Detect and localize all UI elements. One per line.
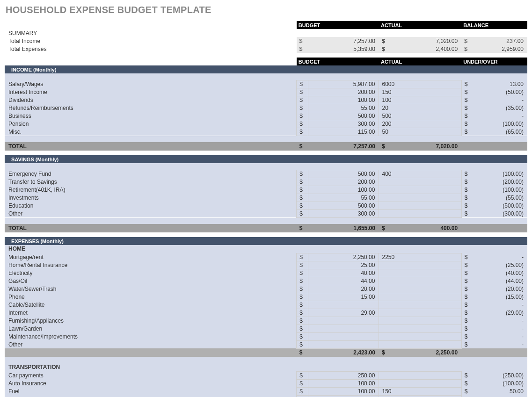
underover-value: (100.00)	[473, 120, 527, 128]
budget-value[interactable]: 55.00	[308, 104, 379, 112]
budget-value[interactable]: 5,987.00	[308, 80, 379, 88]
section-total: TOTAL$1,655.00$400.00	[5, 224, 527, 232]
summary-row-label: Total Income	[7, 37, 297, 45]
budget-value[interactable]	[308, 395, 379, 397]
row-label: Refunds/Reimbursements	[7, 104, 297, 112]
budget-value[interactable]	[308, 301, 379, 309]
total-label: TOTAL	[7, 142, 297, 151]
currency-symbol: $	[297, 395, 308, 397]
actual-value[interactable]	[379, 371, 461, 379]
table-row: Electricity$40.00$(40.00)	[5, 269, 527, 277]
actual-value[interactable]	[379, 340, 461, 348]
budget-value[interactable]: 2,250.00	[308, 253, 379, 261]
budget-value[interactable]: 500.00	[308, 112, 379, 120]
summary-actual-value: 2,400.00	[390, 45, 461, 53]
actual-value[interactable]	[379, 178, 461, 186]
currency-symbol: $	[297, 371, 308, 379]
currency-symbol: $	[461, 45, 473, 53]
currency-symbol: $	[297, 170, 308, 178]
currency-symbol: $	[379, 37, 390, 45]
table-row: Education$500.00$(500.00)	[5, 202, 527, 209]
actual-value[interactable]: 50	[379, 128, 461, 136]
currency-symbol: $	[297, 142, 308, 151]
table-row: Cable/Satellite$$-	[5, 301, 527, 309]
budget-value[interactable]	[308, 332, 379, 340]
actual-value[interactable]	[379, 285, 461, 293]
actual-value[interactable]: 2250	[379, 253, 461, 261]
total-budget: 7,257.00	[308, 142, 379, 151]
budget-value[interactable]: 15.00	[308, 293, 379, 301]
budget-value[interactable]: 500.00	[308, 170, 379, 178]
actual-value[interactable]	[379, 186, 461, 194]
currency-symbol: $	[461, 128, 473, 136]
summary-header-actual: ACTUAL	[379, 21, 461, 29]
actual-value[interactable]: 6000	[379, 80, 461, 88]
row-label: Interest Income	[7, 88, 297, 96]
actual-value[interactable]: 20	[379, 104, 461, 112]
total-budget: 1,655.00	[308, 224, 379, 232]
actual-value[interactable]	[379, 317, 461, 325]
summary-budget-value: 7,257.00	[308, 37, 379, 45]
budget-value[interactable]: 29.00	[308, 309, 379, 317]
budget-value[interactable]: 300.00	[308, 120, 379, 128]
budget-value[interactable]: 25.00	[308, 261, 379, 269]
currency-symbol: $	[461, 340, 473, 348]
currency-symbol: $	[297, 37, 308, 45]
currency-symbol: $	[297, 317, 308, 325]
row-label: Investments	[7, 194, 297, 202]
budget-value[interactable]: 250.00	[308, 371, 379, 379]
underover-value: (55.00)	[473, 194, 527, 202]
underover-value: (25.00)	[473, 261, 527, 269]
actual-value[interactable]	[379, 301, 461, 309]
budget-value[interactable]: 100.00	[308, 96, 379, 104]
row-label: Misc.	[7, 128, 297, 136]
budget-value[interactable]	[308, 325, 379, 332]
budget-value[interactable]: 44.00	[308, 277, 379, 285]
actual-value[interactable]	[379, 379, 461, 387]
actual-value[interactable]: 150	[379, 387, 461, 395]
currency-symbol: $	[461, 309, 473, 317]
actual-value[interactable]: 200	[379, 120, 461, 128]
actual-value[interactable]	[379, 277, 461, 285]
budget-value[interactable]: 100.00	[308, 379, 379, 387]
actual-value[interactable]	[379, 209, 461, 217]
actual-value[interactable]	[379, 332, 461, 340]
actual-value[interactable]	[379, 261, 461, 269]
budget-value[interactable]: 200.00	[308, 88, 379, 96]
budget-value[interactable]	[308, 317, 379, 325]
currency-symbol: $	[379, 45, 390, 53]
currency-symbol: $	[461, 194, 473, 202]
table-row: Lawn/Garden$$-	[5, 325, 527, 332]
budget-value[interactable]: 40.00	[308, 269, 379, 277]
budget-value[interactable]: 200.00	[308, 178, 379, 186]
summary-balance-value: 2,959.00	[473, 45, 527, 53]
budget-value[interactable]: 100.00	[308, 387, 379, 395]
actual-value[interactable]: 150	[379, 88, 461, 96]
actual-value[interactable]	[379, 202, 461, 209]
budget-value[interactable]: 55.00	[308, 194, 379, 202]
currency-symbol: $	[461, 96, 473, 104]
actual-value[interactable]	[379, 194, 461, 202]
actual-value[interactable]	[379, 293, 461, 301]
actual-value[interactable]	[379, 325, 461, 332]
row-label: Other	[7, 209, 297, 217]
category-subtotal: $2,423.00$2,250.00	[5, 348, 527, 357]
underover-value: 13.00	[473, 80, 527, 88]
actual-value[interactable]	[379, 395, 461, 397]
underover-value: -	[473, 301, 527, 309]
currency-symbol: $	[297, 128, 308, 136]
budget-value[interactable]: 20.00	[308, 285, 379, 293]
budget-value[interactable]: 500.00	[308, 202, 379, 209]
actual-value[interactable]: 100	[379, 96, 461, 104]
actual-value[interactable]: 400	[379, 170, 461, 178]
budget-value[interactable]: 115.00	[308, 128, 379, 136]
actual-value[interactable]: 500	[379, 112, 461, 120]
table-row: Internet$29.00$(29.00)	[5, 309, 527, 317]
actual-value[interactable]	[379, 309, 461, 317]
budget-value[interactable]: 300.00	[308, 209, 379, 217]
currency-symbol: $	[297, 348, 308, 357]
budget-value[interactable]: 100.00	[308, 186, 379, 194]
budget-value[interactable]	[308, 340, 379, 348]
actual-value[interactable]	[379, 269, 461, 277]
underover-value: (29.00)	[473, 309, 527, 317]
